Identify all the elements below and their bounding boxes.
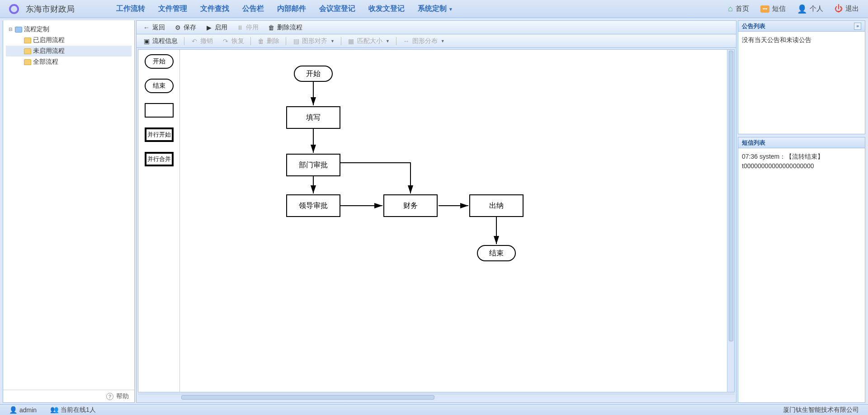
- tree-root-label: 流程定制: [24, 25, 49, 33]
- separator: [184, 37, 184, 45]
- tree-label: 已启用流程: [33, 36, 65, 44]
- left-footer: ? 帮助: [3, 390, 134, 402]
- main-nav: 工作流转 文件管理 文件查找 公告栏 内部邮件 会议室登记 收发文登记 系统定制…: [111, 2, 458, 16]
- nav-file-mgmt[interactable]: 文件管理: [153, 2, 193, 16]
- size-icon: ▦: [348, 38, 355, 45]
- header-bar: 东海市财政局 工作流转 文件管理 文件查找 公告栏 内部邮件 会议室登记 收发文…: [0, 0, 868, 18]
- nav-workflow[interactable]: 工作流转: [111, 2, 151, 16]
- sms-title: 短信列表: [742, 139, 765, 147]
- header-right: ⌂首页 •••短信 👤个人 ⏻退出: [728, 4, 859, 14]
- gear-icon: ⚙: [174, 24, 181, 31]
- undo-icon: ↶: [191, 38, 198, 45]
- back-button[interactable]: ←返回: [139, 22, 169, 33]
- person-button[interactable]: 👤个人: [797, 4, 823, 14]
- logout-button[interactable]: ⏻退出: [835, 4, 859, 14]
- stencil-task[interactable]: [145, 103, 174, 118]
- sms-panel: 短信列表 07:36 system：【流转结束】 t00000000000000…: [738, 137, 865, 403]
- separator: [396, 37, 396, 45]
- distribute-icon: ↔: [403, 38, 410, 45]
- folder-icon: [24, 48, 31, 54]
- stencil-parallel-start[interactable]: 并行开始: [145, 127, 174, 142]
- help-icon[interactable]: ?: [106, 393, 113, 400]
- home-button[interactable]: ⌂首页: [728, 4, 749, 14]
- status-user[interactable]: 👤 admin: [9, 406, 37, 414]
- left-panel: ⊟ 流程定制 已启用流程 未启用流程 全部流程 ? 帮助: [3, 20, 135, 403]
- stencil-end[interactable]: 结束: [145, 79, 174, 93]
- collapse-button[interactable]: »: [854, 23, 861, 30]
- nav-system[interactable]: 系统定制▼: [412, 2, 458, 16]
- status-online[interactable]: 👥 当前在线1人: [50, 406, 96, 414]
- redo-button: ↷恢复: [218, 36, 248, 47]
- tree-all[interactable]: 全部流程: [6, 57, 132, 67]
- nav-meeting[interactable]: 会议室登记: [314, 2, 361, 16]
- flow-node-dept-approval[interactable]: 部门审批: [286, 154, 340, 176]
- group-icon: 👥: [50, 406, 59, 413]
- collapse-icon[interactable]: ⊟: [8, 27, 13, 32]
- center-panel: ←返回 ⚙保存 ▶启用 ⏸停用 🗑删除流程 ▣流程信息 ↶撤销 ↷恢复 🗑删除 …: [136, 20, 736, 403]
- distribute-button: ↔图形分布▼: [399, 36, 448, 47]
- redo-icon: ↷: [222, 38, 229, 45]
- horizontal-scrollbar[interactable]: [138, 394, 735, 401]
- sms-body: 07:36 system：【流转结束】 t0000000000000000000…: [738, 148, 865, 174]
- separator: [286, 37, 286, 45]
- tree-label: 未启用流程: [33, 47, 65, 55]
- enable-button[interactable]: ▶启用: [202, 22, 231, 33]
- separator: [250, 37, 251, 45]
- flow-node-fill[interactable]: 填写: [286, 106, 340, 129]
- app-title: 东海市财政局: [26, 4, 75, 14]
- canvas[interactable]: 开始 填写 部门审批 领导审批 财务 出纳 结束: [180, 50, 727, 392]
- announcement-panel: 公告列表 » 没有当天公告和未读公告: [738, 20, 865, 134]
- status-company: 厦门钛生智能技术有限公司: [783, 406, 859, 414]
- nav-file-search[interactable]: 文件查找: [195, 2, 235, 16]
- canvas-inner: 开始 填写 部门审批 领导审批 财务 出纳 结束: [180, 50, 677, 344]
- announcement-title: 公告列表: [742, 22, 765, 30]
- tree-label: 全部流程: [33, 58, 58, 66]
- sms-header: 短信列表: [738, 137, 865, 148]
- power-icon: ⏻: [835, 4, 843, 14]
- nav-mail[interactable]: 内部邮件: [272, 2, 311, 16]
- nav-bulletin[interactable]: 公告栏: [237, 2, 269, 16]
- flow-info-button[interactable]: ▣流程信息: [139, 36, 181, 47]
- flow-node-leader-approval[interactable]: 领导审批: [286, 194, 340, 217]
- body-row: ⊟ 流程定制 已启用流程 未启用流程 全部流程 ? 帮助 ←返回: [0, 18, 868, 404]
- align-icon: ▤: [292, 38, 300, 45]
- flow-node-cashier[interactable]: 出纳: [469, 194, 524, 217]
- delete-flow-button[interactable]: 🗑删除流程: [264, 22, 306, 33]
- sms-line1[interactable]: 07:36 system：【流转结束】: [742, 152, 861, 161]
- flow-node-start[interactable]: 开始: [294, 66, 333, 82]
- announcement-body: 没有当天公告和未读公告: [738, 32, 865, 48]
- sms-icon: •••: [760, 5, 769, 13]
- user-icon: 👤: [9, 406, 18, 414]
- nav-send-recv[interactable]: 收发文登记: [363, 2, 410, 16]
- stencil-parallel-merge[interactable]: 并行合并: [145, 152, 174, 166]
- vertical-scrollbar[interactable]: [727, 50, 734, 392]
- disable-button: ⏸停用: [233, 22, 262, 33]
- delete-button: 🗑删除: [254, 36, 283, 47]
- tree-disabled[interactable]: 未启用流程: [6, 46, 132, 57]
- flow-node-end[interactable]: 结束: [477, 245, 516, 261]
- help-label[interactable]: 帮助: [116, 392, 129, 401]
- undo-button: ↶撤销: [187, 36, 217, 47]
- separator: [341, 37, 341, 45]
- folder-icon: [24, 38, 31, 43]
- size-button: ▦匹配大小▼: [344, 36, 393, 47]
- tree-root[interactable]: ⊟ 流程定制: [6, 24, 132, 35]
- flow-node-finance[interactable]: 财务: [383, 194, 438, 217]
- stencil-start[interactable]: 开始: [145, 54, 174, 69]
- logo-icon: [9, 4, 19, 14]
- toolbar-edit: ▣流程信息 ↶撤销 ↷恢复 🗑删除 ▤图形对齐▼ ▦匹配大小▼ ↔图形分布▼: [137, 34, 736, 48]
- trash-icon: 🗑: [257, 38, 264, 45]
- sms-line2[interactable]: t00000000000000000000: [742, 161, 861, 171]
- back-icon: ←: [143, 24, 150, 31]
- folder-icon: [15, 27, 22, 33]
- tree-enabled[interactable]: 已启用流程: [6, 35, 132, 46]
- person-icon: 👤: [797, 4, 807, 14]
- trash-icon: 🗑: [268, 24, 275, 31]
- tree: ⊟ 流程定制 已启用流程 未启用流程 全部流程: [3, 20, 134, 71]
- info-icon: ▣: [143, 38, 150, 45]
- save-button[interactable]: ⚙保存: [170, 22, 200, 33]
- sms-button[interactable]: •••短信: [760, 5, 786, 13]
- announcement-header: 公告列表 »: [738, 21, 865, 32]
- toolbar-main: ←返回 ⚙保存 ▶启用 ⏸停用 🗑删除流程: [137, 21, 736, 34]
- play-icon: ▶: [205, 24, 212, 31]
